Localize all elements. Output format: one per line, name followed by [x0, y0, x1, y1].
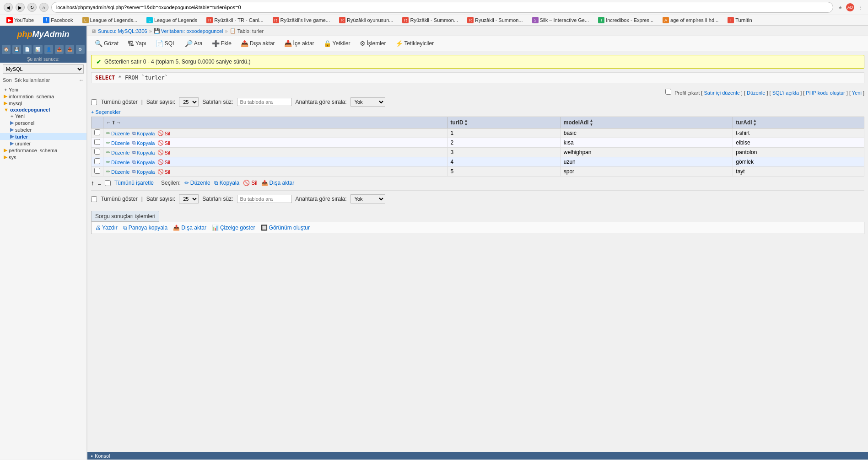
- row-count-select-bot[interactable]: 25: [179, 194, 199, 203]
- server-icon-settings[interactable]: ⚙: [76, 45, 85, 54]
- arrow-right[interactable]: →: [116, 120, 121, 125]
- arrow-sort[interactable]: T: [112, 120, 115, 125]
- breadcrumb-db[interactable]: 💾 Veritabanı: oxxodepoguncel: [154, 28, 223, 34]
- bookmark-lol1[interactable]: L League of Legends...: [80, 16, 140, 24]
- bookmark-ry2[interactable]: R Ryüzâkli's live game...: [270, 16, 333, 24]
- tab-tetikleyiciler[interactable]: ⚡ Tetikleyiciler: [392, 38, 438, 49]
- row4-checkbox[interactable]: [94, 158, 100, 164]
- bookmark-ry5[interactable]: R Ryüzâkli - Summon...: [464, 16, 526, 24]
- back-button[interactable]: ◀: [4, 3, 13, 12]
- tab-disa-aktar[interactable]: 📤 Dışa aktar: [237, 38, 279, 49]
- satir-duzenle-link[interactable]: Satır içi düzenle: [704, 90, 739, 96]
- tab-ice-aktar[interactable]: 📥 İçe aktar: [280, 38, 318, 49]
- reload-button[interactable]: ↻: [27, 3, 37, 12]
- bookmark-inc[interactable]: I Incredibox - Expres...: [595, 16, 656, 24]
- bookmark-ry3[interactable]: R Ryüzâkli oyunusun...: [336, 16, 396, 24]
- server-icon-users[interactable]: 👤: [44, 45, 53, 54]
- row5-delete[interactable]: 🚫Sil: [157, 169, 170, 175]
- bookmark-lol2[interactable]: L League of Legends: [144, 16, 200, 24]
- create-view-link[interactable]: 🔲 Görünüm oluştur: [261, 225, 310, 231]
- duzenle-link[interactable]: Düzenle: [747, 90, 765, 96]
- row2-copy[interactable]: ⧉Kopyala: [132, 140, 155, 146]
- expand-collapse-icon[interactable]: ↔: [79, 77, 84, 83]
- tree-item-turler[interactable]: ▶ turler: [0, 133, 86, 140]
- check-all-label[interactable]: Tümünü işaretle: [114, 180, 154, 186]
- bottom-copy-link[interactable]: ⧉ Kopyala: [214, 180, 239, 186]
- tab-ara[interactable]: 🔎 Ara: [181, 38, 206, 49]
- sort-select-bot[interactable]: Yok turID modelAdi turAdi: [350, 194, 385, 203]
- bookmark-ry1[interactable]: R Ryüzâkli - TR - Canl...: [204, 16, 266, 24]
- chart-link[interactable]: 📊 Çizelge göster: [212, 225, 255, 231]
- check-all-checkbox[interactable]: [105, 180, 111, 186]
- filter-input-top[interactable]: [237, 98, 292, 106]
- konsol-bar[interactable]: ▪ Konsol: [87, 452, 868, 460]
- tree-item-new-top[interactable]: ✦ Yeni: [0, 86, 86, 93]
- sort-select-top[interactable]: Yok turID modelAdi turAdi: [350, 97, 385, 107]
- server-icon-sql[interactable]: 📄: [23, 45, 32, 54]
- row3-copy[interactable]: ⧉Kopyala: [132, 150, 155, 155]
- tree-item-oxxode[interactable]: ▼ oxxodepoguncel: [0, 107, 86, 113]
- server-icon-db[interactable]: 💾: [12, 45, 21, 54]
- yeni-link[interactable]: Yeni: [852, 90, 862, 96]
- server-icon-export[interactable]: 📤: [55, 45, 64, 54]
- server-icon-status[interactable]: 📊: [33, 45, 42, 54]
- extensions-icon[interactable]: AD: [846, 3, 854, 11]
- row2-edit[interactable]: ✏Düzenle: [106, 140, 129, 146]
- row1-checkbox[interactable]: [94, 129, 100, 135]
- row5-edit[interactable]: ✏Düzenle: [106, 169, 129, 175]
- sql-acikla-link[interactable]: SQL'i açıkla: [772, 90, 799, 96]
- tree-item-personel[interactable]: ▶ personel: [0, 119, 86, 126]
- tree-item-mysql[interactable]: ▶ mysql: [0, 100, 86, 107]
- tab-gozat[interactable]: 🔍 Gözat: [91, 38, 122, 49]
- row5-checkbox[interactable]: [94, 168, 100, 174]
- tree-item-perf-schema[interactable]: ▶ performance_schema: [0, 147, 86, 154]
- forward-button[interactable]: ▶: [16, 3, 25, 12]
- bookmark-silk[interactable]: S Silk – Interactive Ge...: [529, 16, 592, 24]
- row1-edit[interactable]: ✏Düzenle: [106, 130, 129, 136]
- turid-sort[interactable]: ▲▼: [464, 118, 468, 127]
- filter-input-bot[interactable]: [237, 195, 292, 203]
- col-modeladi[interactable]: modelAdi ▲▼: [561, 117, 733, 128]
- copy-clipboard-link[interactable]: ⧉ Panoya kopyala: [123, 225, 167, 231]
- row1-copy[interactable]: ⧉Kopyala: [132, 130, 155, 136]
- mysql-dropdown[interactable]: MySQL: [3, 64, 84, 74]
- bookmark-tur[interactable]: T Turnitin: [725, 16, 755, 24]
- menu-icon[interactable]: ⋮: [856, 3, 864, 11]
- bookmark-aoe[interactable]: A age of empires ii hd...: [660, 16, 721, 24]
- row4-delete[interactable]: 🚫Sil: [157, 159, 170, 165]
- export-link[interactable]: 📤 Dışa aktar: [173, 225, 206, 231]
- tree-item-sys[interactable]: ▶ sys: [0, 154, 86, 160]
- tab-ekle[interactable]: ➕ Ekle: [208, 38, 235, 49]
- profile-checkbox[interactable]: [665, 89, 671, 95]
- tree-item-oxxode-new[interactable]: ✦ Yeni: [0, 113, 86, 119]
- row2-delete[interactable]: 🚫Sil: [157, 140, 170, 146]
- recent-label[interactable]: Son: [3, 77, 12, 83]
- col-turid[interactable]: turID ▲▼: [447, 117, 561, 128]
- row4-copy[interactable]: ⧉Kopyala: [132, 159, 155, 165]
- bottom-delete-link[interactable]: 🚫 Sil: [243, 180, 257, 186]
- php-kodu-link[interactable]: PHP kodu oluştur: [806, 90, 845, 96]
- row2-checkbox[interactable]: [94, 139, 100, 145]
- tab-yetkiler[interactable]: 🔒 Yetkiler: [320, 38, 354, 49]
- bottom-export-link[interactable]: 📤 Dışa aktar: [261, 180, 295, 186]
- bookmark-ry4[interactable]: R Ryüzâkli - Summon...: [399, 16, 461, 24]
- turadi-sort[interactable]: ▲▼: [753, 118, 757, 127]
- tree-item-subeler[interactable]: ▶ subeler: [0, 126, 86, 133]
- row4-edit[interactable]: ✏Düzenle: [106, 159, 129, 165]
- home-button[interactable]: ⌂: [39, 3, 49, 12]
- row1-delete[interactable]: 🚫Sil: [157, 130, 170, 136]
- arrow-left[interactable]: ←: [106, 120, 111, 125]
- print-link[interactable]: 🖨 Yazdır: [95, 225, 118, 231]
- recent-users-label[interactable]: Sık kullanılanlar: [15, 77, 50, 83]
- row5-copy[interactable]: ⧉Kopyala: [132, 169, 155, 175]
- show-all-checkbox-top[interactable]: [91, 99, 97, 105]
- row-count-select-top[interactable]: 25: [179, 97, 199, 107]
- server-icon-import[interactable]: 📥: [65, 45, 74, 54]
- row3-edit[interactable]: ✏Düzenle: [106, 150, 129, 155]
- tab-islemler[interactable]: ⚙ İşlemler: [356, 38, 390, 49]
- address-bar[interactable]: [51, 2, 833, 13]
- server-icon-home[interactable]: 🏠: [2, 45, 11, 54]
- tree-item-info-schema[interactable]: ▶ information_schema: [0, 93, 86, 100]
- show-all-checkbox-bot[interactable]: [91, 196, 97, 202]
- breadcrumb-server[interactable]: Sunucu: MySQL:3306: [98, 28, 147, 34]
